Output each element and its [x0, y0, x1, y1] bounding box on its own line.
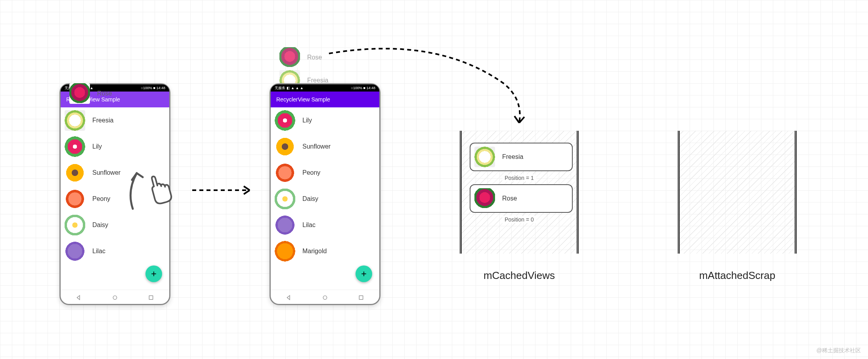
list-item[interactable]: Peony — [271, 160, 379, 186]
list-item[interactable]: Freesia — [61, 107, 169, 134]
nav-bar — [61, 290, 169, 305]
recents-icon[interactable] — [358, 294, 364, 301]
item-label: Lilac — [92, 248, 105, 255]
home-icon[interactable] — [112, 294, 118, 301]
hatch-fill — [680, 131, 795, 254]
position-label: Position = 1 — [502, 174, 536, 181]
flower-thumb — [474, 147, 495, 167]
flower-thumb — [474, 188, 495, 209]
list-item[interactable]: Lilac — [271, 212, 379, 238]
item-label: Daisy — [92, 222, 108, 229]
position-label: Position = 0 — [502, 216, 536, 223]
flower-thumb — [275, 110, 295, 131]
plus-icon: + — [151, 268, 157, 279]
svg-rect-1 — [149, 296, 153, 299]
app-title: RecyclerView Sample — [276, 96, 330, 103]
flower-thumb — [65, 215, 85, 235]
fab-add-button[interactable]: + — [145, 265, 162, 282]
list-item[interactable]: Daisy — [271, 186, 379, 212]
item-label: Lily — [302, 117, 312, 124]
flower-thumb — [65, 189, 85, 209]
mcachedviews-container: Freesia Position = 1 Rose Position = 0 — [460, 131, 579, 254]
scroll-up-gesture-icon — [119, 163, 174, 220]
item-label: Sunflower — [302, 143, 331, 150]
flower-thumb — [65, 241, 85, 262]
item-label: Peony — [92, 195, 110, 202]
plus-icon: + — [361, 268, 367, 279]
flower-thumb — [65, 110, 85, 131]
transition-arrow-icon — [190, 182, 262, 200]
svg-rect-4 — [359, 296, 363, 299]
mattachedscrap-container — [678, 131, 797, 254]
list-item[interactable]: Marigold — [271, 238, 379, 264]
recents-icon[interactable] — [148, 294, 154, 301]
item-label: Lily — [92, 143, 102, 150]
nav-bar — [271, 290, 379, 305]
item-label: Sunflower — [92, 169, 120, 176]
flower-thumb — [275, 241, 295, 262]
cached-item: Freesia — [470, 143, 573, 171]
status-left: 无服务 ◧ ▲ ▲ ▲ — [275, 86, 304, 91]
flower-thumb — [65, 136, 85, 157]
flower-thumb — [69, 83, 90, 104]
svg-point-3 — [323, 296, 327, 299]
home-icon[interactable] — [322, 294, 328, 301]
item-label: Freesia — [502, 153, 523, 160]
mattachedscrap-title: mAttachedScrap — [678, 269, 797, 282]
cache-arrow-icon — [325, 44, 547, 140]
item-label: Lilac — [302, 222, 315, 229]
svg-point-0 — [113, 296, 117, 299]
watermark: @稀土掘技术社区 — [816, 347, 861, 354]
mcachedviews-title: mCachedViews — [460, 269, 579, 282]
flower-thumb — [65, 162, 85, 183]
flower-thumb — [275, 136, 295, 157]
item-label: Rose — [502, 195, 517, 202]
item-label: Freesia — [92, 117, 113, 124]
item-label: Marigold — [302, 248, 327, 255]
back-icon[interactable] — [76, 294, 82, 301]
flower-thumb — [275, 189, 295, 209]
overflow-top-item: Rose — [65, 82, 166, 104]
fab-add-button[interactable]: + — [356, 265, 372, 282]
list-item[interactable]: Lilac — [61, 238, 169, 264]
flower-thumb — [275, 215, 295, 235]
item-label: Rose — [97, 90, 112, 97]
cached-item: Rose — [470, 184, 573, 213]
item-label: Daisy — [302, 195, 318, 202]
flower-thumb — [275, 162, 295, 183]
item-label: Peony — [302, 169, 320, 176]
flower-thumb — [279, 47, 300, 68]
list-item[interactable]: Lily — [61, 134, 169, 160]
item-label: Rose — [307, 54, 322, 61]
back-icon[interactable] — [286, 294, 292, 301]
